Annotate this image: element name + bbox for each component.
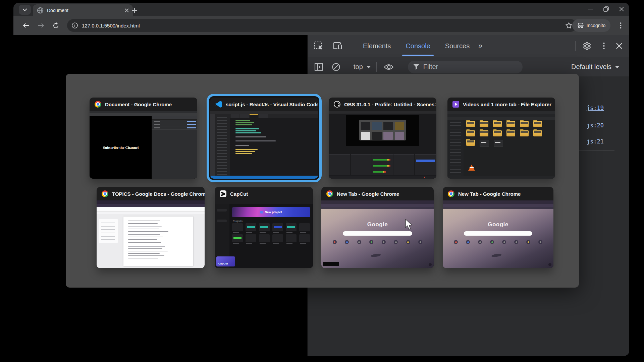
task-window-google-docs[interactable]: TOPICS - Google Docs - Google Chrome [97,187,205,268]
cursor-arrow-icon [405,219,413,230]
search-pill [343,231,413,236]
devtools-tabbar: Elements Console Sources » [308,35,629,57]
new-project-label: New project [265,210,282,214]
task-window-title-bar: Videos and 1 more tab - File Explorer [447,98,555,111]
task-window-title-bar: script.js - ReactJs - Visual Studio Code [210,98,318,111]
new-project-banner: New project [232,207,310,217]
console-source-link[interactable]: js:20 [587,122,604,129]
close-button[interactable] [619,6,625,12]
window-controls [588,4,625,14]
forward-arrow-icon [38,23,44,28]
task-switcher-overlay: Document - Google Chrome Subscribe the C… [66,74,579,288]
inspect-element-button[interactable] [312,41,325,51]
task-window-title: OBS 31.0.1 - Profile: Untitled - Scenes:… [344,102,436,107]
vlc-icon [468,165,475,171]
forward-button[interactable] [36,21,46,30]
tab-search-button[interactable] [19,5,31,15]
chevron-down-icon [22,8,27,11]
site-info-icon[interactable] [72,22,78,28]
task-window-title-bar: New Tab - Google Chrome [321,187,434,200]
address-bar[interactable]: 127.0.0.1:5500/index.html [67,19,577,32]
obs-start-recording-highlight [416,160,435,162]
bookmark-star-icon[interactable] [566,22,572,29]
task-window-obs[interactable]: OBS 31.0.1 - Profile: Untitled - Scenes:… [329,98,436,179]
task-window-title-bar: New Tab - Google Chrome [443,187,553,200]
thumbnail-preview [447,111,555,179]
console-filter-input[interactable]: Filter [408,61,523,73]
divider [376,62,377,72]
obs-icon [334,101,340,108]
search-pill [464,231,533,236]
task-window-file-explorer[interactable]: Videos and 1 more tab - File Explorer [447,98,555,179]
divider [350,41,350,51]
task-window-new-tab-2[interactable]: New Tab - Google Chrome Google [443,187,553,268]
device-toolbar-button[interactable] [330,42,344,50]
task-window-title: TOPICS - Google Docs - Google Chrome [112,191,205,197]
devtools-tab-elements[interactable]: Elements [356,35,398,57]
close-icon [616,43,623,49]
clear-console-button[interactable] [330,63,342,71]
back-button[interactable] [21,21,31,30]
chrome-icon [326,190,333,197]
live-expression-button[interactable] [382,64,395,70]
kebab-icon [620,22,622,29]
clear-icon [332,63,340,71]
incognito-label: Incognito [587,23,606,28]
reload-button[interactable] [51,21,60,30]
thumbnail-preview [210,111,318,179]
context-selector[interactable]: top [354,63,371,71]
console-source-link[interactable]: js:21 [587,138,604,145]
incognito-badge: Incognito [572,19,610,32]
incognito-icon [577,23,584,28]
device-toolbar-icon [332,42,342,50]
task-window-title-bar: CapCut [215,187,313,200]
task-window-capcut[interactable]: CapCut New project Projects CapCut [215,187,313,268]
devtools-menu-button[interactable] [598,42,610,50]
devtools-tab-console[interactable]: Console [398,35,437,57]
tab-close-icon[interactable] [125,8,129,12]
vscode-status-bar [210,176,318,179]
log-levels-dropdown[interactable]: Default levels [571,63,620,71]
devtools-tab-sources[interactable]: Sources [438,35,477,57]
chrome-icon [448,190,454,197]
chevron-down-icon [366,66,371,68]
task-window-vscode[interactable]: script.js - ReactJs - Visual Studio Code [210,98,318,179]
devtools-close-button[interactable] [613,43,625,49]
divider [348,62,348,72]
console-sidebar-button[interactable] [312,63,325,71]
more-tabs-button[interactable]: » [478,42,482,50]
funnel-icon [413,64,419,70]
mouse-cursor [405,219,413,232]
tab-document[interactable]: Document [33,4,133,16]
task-window-title-bar: Document - Google Chrome [90,98,197,111]
project-grid [232,223,310,267]
back-arrow-icon [23,23,30,28]
tab-title: Document [47,8,121,13]
task-window-title: Document - Google Chrome [105,102,172,107]
projects-label: Projects [233,220,243,223]
task-window-document-chrome[interactable]: Document - Google Chrome Subscribe the C… [90,98,197,179]
chrome-icon [95,101,101,108]
task-window-title-bar: TOPICS - Google Docs - Google Chrome [97,187,205,200]
sidebar-panel-icon [314,63,323,71]
devtools-settings-button[interactable] [581,42,593,50]
thumbnail-preview: New project Projects CapCut [215,200,313,268]
new-tab-button[interactable] [129,5,140,15]
minimize-button[interactable] [588,6,594,12]
divider [625,62,625,72]
chevron-down-icon [615,66,620,68]
task-window-title: New Tab - Google Chrome [337,191,399,197]
restore-button[interactable] [603,6,609,12]
globe-icon [37,7,44,14]
task-window-new-tab-1[interactable]: New Tab - Google Chrome Google [321,187,434,268]
screen: Document [0,0,644,362]
chrome-icon [102,190,108,197]
console-source-link[interactable]: js:19 [587,105,604,111]
thumbnail-preview: Google [321,200,434,268]
thumbnail-preview: Subscribe the Channel [90,111,197,179]
task-window-title: Videos and 1 more tab - File Explorer [463,102,551,107]
browser-menu-button[interactable] [616,21,625,30]
thumbnail-preview [329,111,436,179]
reload-icon [53,22,59,29]
file-explorer-icon [452,101,459,108]
